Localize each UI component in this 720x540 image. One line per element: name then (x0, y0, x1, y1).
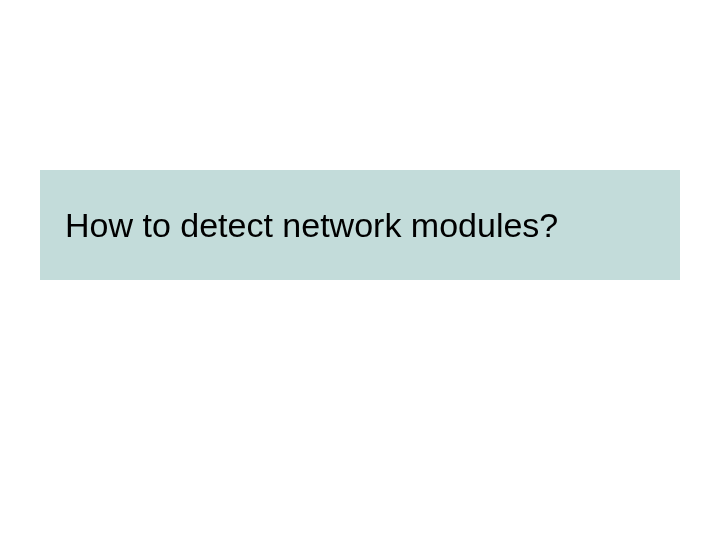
title-container: How to detect network modules? (40, 170, 680, 280)
slide-title: How to detect network modules? (65, 206, 558, 245)
